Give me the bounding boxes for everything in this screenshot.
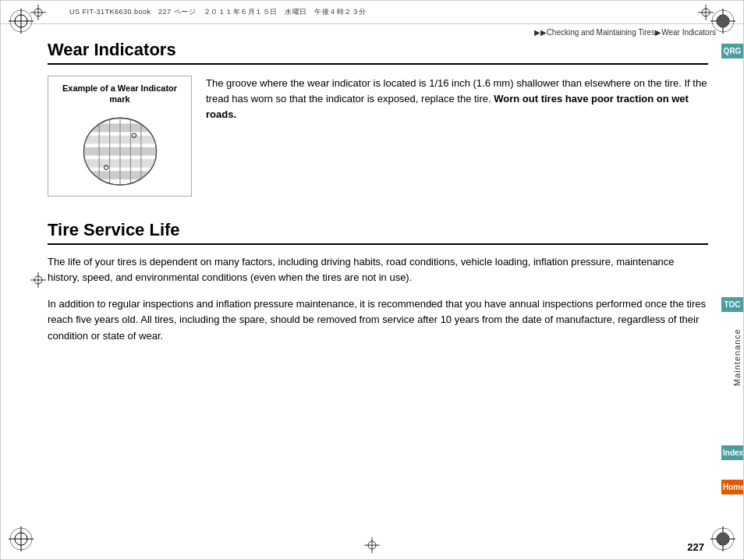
tab-qrg[interactable]: QRG	[721, 44, 743, 58]
wear-indicators-title: Wear Indicators	[48, 40, 708, 65]
svg-point-14	[717, 15, 729, 27]
maintenance-label: Maintenance	[732, 328, 742, 386]
reg-mark-tl	[7, 7, 35, 35]
svg-point-23	[717, 533, 729, 545]
wear-image-label: Example of a Wear Indicator mark	[55, 83, 185, 105]
bottom-center-crosshair	[364, 537, 380, 553]
tab-index[interactable]: Index	[721, 445, 743, 460]
reg-mark-bl	[7, 525, 35, 553]
tire-tread-illustration	[66, 113, 175, 190]
tire-service-life-title: Tire Service Life	[48, 220, 708, 245]
wear-indicators-description: The groove where the wear indicator is l…	[206, 76, 708, 197]
top-bar: US FIT-31TK6630.book 227 ページ ２０１１年６月１５日 …	[1, 1, 743, 24]
tab-home[interactable]: Home	[721, 480, 743, 494]
file-info: US FIT-31TK6630.book 227 ページ ２０１１年６月１５日 …	[69, 7, 367, 17]
tab-toc[interactable]: TOC	[721, 297, 743, 312]
wear-indicators-content: Example of a Wear Indicator mark	[48, 76, 708, 197]
page: US FIT-31TK6630.book 227 ページ ２０１１年６月１５日 …	[0, 0, 744, 560]
page-number: 227	[687, 541, 704, 553]
tire-service-para2: In addition to regular inspections and i…	[48, 296, 708, 343]
tire-service-para1: The life of your tires is dependent on m…	[48, 254, 708, 285]
wear-indicator-image-box: Example of a Wear Indicator mark	[48, 76, 192, 197]
wear-indicators-section: Wear Indicators Example of a Wear Indica…	[48, 40, 708, 197]
tire-service-life-section: Tire Service Life The life of your tires…	[48, 220, 708, 344]
main-content: Wear Indicators Example of a Wear Indica…	[40, 24, 716, 536]
